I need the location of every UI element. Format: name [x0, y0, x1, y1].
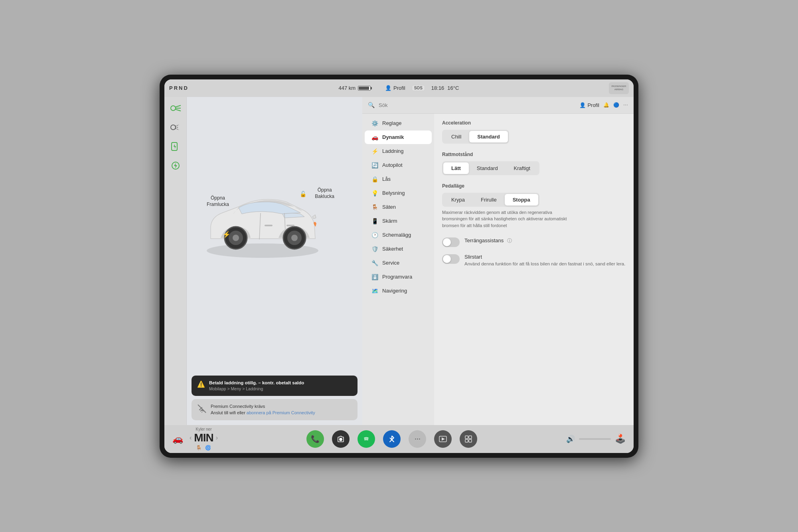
- temp-increase-btn[interactable]: ›: [216, 434, 218, 441]
- steering-standard-btn[interactable]: Standard: [469, 162, 506, 174]
- headlights-icon[interactable]: [168, 102, 183, 115]
- charging-status-icon[interactable]: [168, 140, 183, 153]
- svg-marker-24: [442, 437, 445, 441]
- pedal-krypa-btn[interactable]: Krypa: [443, 194, 473, 206]
- profile-area: 👤 Profil 🔔 🔵 ⋯: [579, 102, 628, 108]
- belysning-icon: 💡: [371, 190, 378, 196]
- temp-decrease-btn[interactable]: ‹: [190, 434, 192, 441]
- temp-label: Kyler ner: [196, 427, 211, 431]
- svg-rect-27: [465, 439, 468, 442]
- slip-start-toggle[interactable]: [442, 254, 460, 264]
- connectivity-main: Premium Connectivity krävs: [211, 403, 315, 410]
- svg-point-4: [171, 125, 176, 130]
- volume-icon[interactable]: 🔊: [566, 435, 575, 443]
- autopilot-icon: 🔄: [371, 162, 378, 168]
- nav-item-skarm[interactable]: 📱 Skärm: [365, 214, 432, 228]
- camera-button[interactable]: [332, 430, 350, 448]
- nav-item-schemalägg[interactable]: 🕐 Schemalägg: [365, 228, 432, 242]
- service-icon: 🔧: [371, 260, 378, 266]
- reglage-icon: ⚙️: [371, 120, 378, 127]
- terrain-assist-label-group: Terrängassistans ⓘ: [464, 237, 512, 244]
- nav-item-saten[interactable]: 🪑 Säten: [365, 200, 432, 214]
- pedal-frirulle-btn[interactable]: Frirulle: [473, 194, 505, 206]
- more-apps-button[interactable]: ···: [409, 430, 426, 448]
- more-icon[interactable]: ⋯: [623, 102, 628, 108]
- profile-icon: 👤: [385, 85, 391, 91]
- screen-outer: PRND 447 km 👤 Profil SOS 18:16 16°C: [160, 75, 638, 458]
- spotify-button[interactable]: [358, 430, 375, 448]
- battery-fill: [359, 87, 369, 90]
- bell-icon[interactable]: 🔔: [603, 102, 609, 108]
- svg-rect-19: [265, 225, 273, 226]
- svg-rect-25: [465, 436, 468, 439]
- notification-content: Betald laddning otillg. – kontr. obetalt…: [209, 380, 304, 392]
- steering-group: Rattmotstånd Lätt Standard Kraftigt: [442, 152, 626, 175]
- phone-button[interactable]: 📞: [306, 430, 324, 448]
- no-signal-icon: [197, 404, 207, 415]
- nav-item-laddning[interactable]: ⚡ Laddning: [365, 144, 432, 158]
- joystick-icon[interactable]: 🕹️: [615, 434, 626, 444]
- hazard-icon[interactable]: [168, 121, 183, 134]
- steering-latt-btn[interactable]: Lätt: [443, 162, 469, 174]
- svg-line-3: [176, 109, 181, 111]
- pedal-stoppa-btn[interactable]: Stoppa: [505, 194, 538, 206]
- nav-item-belysning[interactable]: 💡 Belysning: [365, 186, 432, 200]
- svg-point-18: [291, 235, 298, 241]
- main-content: ÖppnaFramlucka ÖppnaBaklucka 🔓 ⚡: [164, 97, 634, 425]
- range-value: 447 km: [338, 85, 356, 91]
- acceleration-group: Acceleration Chill Standard: [442, 120, 626, 144]
- search-bar: 🔍 👤 Profil 🔔 🔵 ⋯: [362, 97, 634, 114]
- notification-main: Betald laddning otillg. – kontr. obetalt…: [209, 380, 304, 386]
- top-center: 👤 Profil SOS 18:16 16°C: [385, 85, 459, 91]
- nav-item-autopilot[interactable]: 🔄 Autopilot: [365, 158, 432, 172]
- car-bottom-icon[interactable]: 🚗: [172, 434, 183, 444]
- las-icon: 🔒: [371, 176, 378, 182]
- steering-kraftigt-btn[interactable]: Kraftigt: [506, 162, 538, 174]
- nav-item-service[interactable]: 🔧 Service: [365, 256, 432, 270]
- connectivity-link[interactable]: abonnera på Premium Connectivity: [247, 410, 315, 415]
- terrain-assist-info-icon[interactable]: ⓘ: [507, 238, 512, 243]
- clock-display: 18:16: [431, 85, 444, 91]
- fan-icon[interactable]: 🌀: [205, 445, 211, 451]
- laddning-icon: ⚡: [371, 148, 378, 154]
- rear-trunk-label[interactable]: ÖppnaBaklucka: [315, 187, 334, 200]
- svg-line-1: [176, 105, 181, 107]
- acceleration-chill-btn[interactable]: Chill: [443, 131, 469, 142]
- passenger-airbag-indicator: PASSENGERAIRBAG: [609, 82, 629, 94]
- nav-item-navigering[interactable]: 🗺️ Navigering: [365, 284, 432, 298]
- nav-item-sakerhet[interactable]: 🛡️ Säkerhet: [365, 242, 432, 256]
- bluetooth-button[interactable]: [383, 430, 401, 448]
- car-image-area: ÖppnaFramlucka ÖppnaBaklucka 🔓 ⚡: [187, 97, 362, 372]
- programvara-icon: ⬇️: [371, 274, 378, 280]
- seat-heat-icon[interactable]: 🪑: [196, 445, 202, 451]
- search-input[interactable]: [379, 102, 575, 108]
- svg-rect-28: [469, 439, 472, 442]
- pedal-btn-group: Krypa Frirulle Stoppa: [442, 193, 539, 207]
- terrain-assist-toggle[interactable]: [442, 237, 460, 247]
- nav-item-programvara[interactable]: ⬇️ Programvara: [365, 270, 432, 284]
- nav-item-las[interactable]: 🔒 Lås: [365, 172, 432, 186]
- svg-point-22: [362, 435, 370, 443]
- nav-item-dynamik[interactable]: 🚗 Dynamik: [365, 131, 432, 144]
- volume-bar[interactable]: [579, 438, 611, 440]
- grid-view-button[interactable]: [460, 430, 477, 448]
- acceleration-standard-btn[interactable]: Standard: [469, 131, 508, 142]
- warning-icon: ⚠️: [197, 380, 205, 388]
- notification-bar[interactable]: ⚠️ Betald laddning otillg. – kontr. obet…: [192, 376, 358, 396]
- charging-connector-icon: ⚡: [223, 231, 231, 238]
- lock-icon: 🔓: [300, 191, 306, 197]
- profile-label: Profil: [393, 85, 405, 91]
- top-bar: PRND 447 km 👤 Profil SOS 18:16 16°C: [164, 79, 634, 97]
- media-button[interactable]: [434, 430, 452, 448]
- profile-button[interactable]: 👤 Profil: [385, 85, 405, 91]
- charge-bolt-icon[interactable]: [168, 159, 183, 172]
- nav-item-reglage[interactable]: ⚙️ Reglage: [365, 117, 432, 130]
- bluetooth-small-icon[interactable]: 🔵: [613, 102, 619, 108]
- terrain-assist-row: Terrängassistans ⓘ: [442, 237, 626, 247]
- front-trunk-label[interactable]: ÖppnaFramlucka: [207, 195, 229, 208]
- search-icon: 🔍: [368, 102, 375, 108]
- acceleration-btn-group: Chill Standard: [442, 130, 509, 144]
- svg-line-7: [176, 129, 179, 130]
- profile-menu-button[interactable]: 👤 Profil: [579, 102, 599, 108]
- notification-sub: Mobilapp > Meny > Laddning: [209, 386, 304, 392]
